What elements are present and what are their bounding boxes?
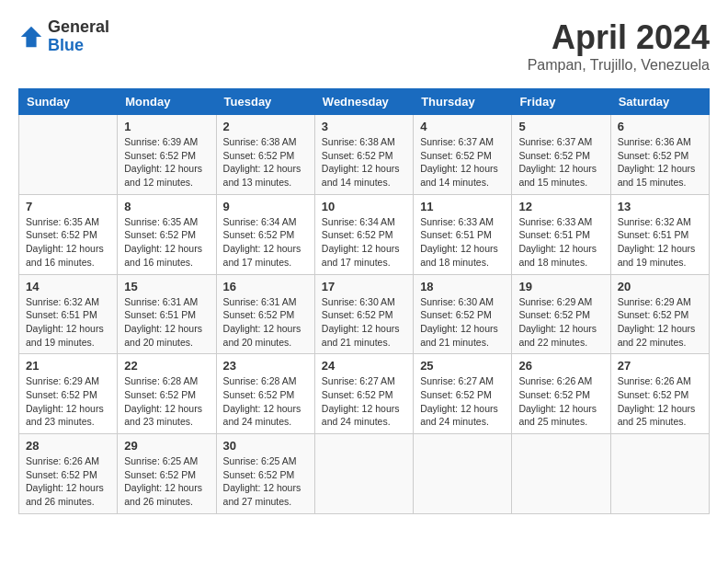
calendar-week-row: 1Sunrise: 6:39 AMSunset: 6:52 PMDaylight… xyxy=(19,115,710,195)
day-info: Sunrise: 6:26 AMSunset: 6:52 PMDaylight:… xyxy=(26,454,110,509)
day-number: 9 xyxy=(223,200,308,213)
day-number: 29 xyxy=(124,439,209,453)
calendar-cell: 27Sunrise: 6:26 AMSunset: 6:52 PMDayligh… xyxy=(610,354,709,434)
calendar-cell xyxy=(512,434,610,514)
day-number: 12 xyxy=(518,200,603,213)
day-info: Sunrise: 6:37 AMSunset: 6:52 PMDaylight:… xyxy=(420,135,505,190)
calendar-table: SundayMondayTuesdayWednesdayThursdayFrid… xyxy=(18,88,710,514)
day-info: Sunrise: 6:26 AMSunset: 6:52 PMDaylight:… xyxy=(618,374,702,429)
col-header-thursday: Thursday xyxy=(414,89,512,115)
day-info: Sunrise: 6:29 AMSunset: 6:52 PMDaylight:… xyxy=(518,295,603,350)
day-number: 26 xyxy=(518,359,603,373)
calendar-cell: 19Sunrise: 6:29 AMSunset: 6:52 PMDayligh… xyxy=(512,274,610,354)
day-info: Sunrise: 6:39 AMSunset: 6:52 PMDaylight:… xyxy=(124,135,209,190)
day-number: 10 xyxy=(322,200,406,213)
day-number: 4 xyxy=(420,120,505,133)
day-info: Sunrise: 6:29 AMSunset: 6:52 PMDaylight:… xyxy=(26,374,110,429)
calendar-cell: 3Sunrise: 6:38 AMSunset: 6:52 PMDaylight… xyxy=(314,115,413,195)
day-number: 21 xyxy=(26,359,110,373)
logo-general-text: General xyxy=(48,18,109,37)
day-number: 2 xyxy=(223,120,308,133)
day-info: Sunrise: 6:30 AMSunset: 6:52 PMDaylight:… xyxy=(322,295,406,350)
day-info: Sunrise: 6:27 AMSunset: 6:52 PMDaylight:… xyxy=(420,374,505,429)
calendar-cell: 24Sunrise: 6:27 AMSunset: 6:52 PMDayligh… xyxy=(314,354,413,434)
calendar-cell: 28Sunrise: 6:26 AMSunset: 6:52 PMDayligh… xyxy=(19,434,118,514)
calendar-cell: 5Sunrise: 6:37 AMSunset: 6:52 PMDaylight… xyxy=(512,115,610,195)
day-info: Sunrise: 6:31 AMSunset: 6:51 PMDaylight:… xyxy=(124,295,209,350)
calendar-week-row: 21Sunrise: 6:29 AMSunset: 6:52 PMDayligh… xyxy=(19,354,710,434)
day-number: 28 xyxy=(26,439,110,453)
day-info: Sunrise: 6:31 AMSunset: 6:52 PMDaylight:… xyxy=(223,295,308,350)
day-info: Sunrise: 6:37 AMSunset: 6:52 PMDaylight:… xyxy=(518,135,603,190)
day-number: 15 xyxy=(124,280,209,293)
day-number: 7 xyxy=(26,200,110,213)
col-header-monday: Monday xyxy=(118,89,216,115)
calendar-cell: 20Sunrise: 6:29 AMSunset: 6:52 PMDayligh… xyxy=(610,274,709,354)
day-info: Sunrise: 6:28 AMSunset: 6:52 PMDaylight:… xyxy=(124,374,209,429)
logo-icon xyxy=(18,24,44,50)
calendar-cell: 21Sunrise: 6:29 AMSunset: 6:52 PMDayligh… xyxy=(19,354,118,434)
day-number: 1 xyxy=(124,120,209,133)
calendar-cell: 10Sunrise: 6:34 AMSunset: 6:52 PMDayligh… xyxy=(314,194,413,274)
day-number: 16 xyxy=(223,280,308,293)
day-number: 30 xyxy=(223,439,308,453)
day-number: 11 xyxy=(420,200,505,213)
calendar-cell xyxy=(19,115,118,195)
day-number: 20 xyxy=(618,280,702,293)
calendar-cell: 7Sunrise: 6:35 AMSunset: 6:52 PMDaylight… xyxy=(19,194,118,274)
title-block: April 2024 Pampan, Trujillo, Venezuela xyxy=(528,18,710,74)
day-info: Sunrise: 6:29 AMSunset: 6:52 PMDaylight:… xyxy=(618,295,702,350)
logo: General Blue xyxy=(18,18,109,55)
day-number: 24 xyxy=(322,359,406,373)
day-info: Sunrise: 6:33 AMSunset: 6:51 PMDaylight:… xyxy=(420,215,505,270)
calendar-cell: 17Sunrise: 6:30 AMSunset: 6:52 PMDayligh… xyxy=(314,274,413,354)
day-number: 25 xyxy=(420,359,505,373)
calendar-cell: 16Sunrise: 6:31 AMSunset: 6:52 PMDayligh… xyxy=(216,274,314,354)
calendar-header-row: SundayMondayTuesdayWednesdayThursdayFrid… xyxy=(19,89,710,115)
day-info: Sunrise: 6:38 AMSunset: 6:52 PMDaylight:… xyxy=(223,135,308,190)
calendar-cell: 25Sunrise: 6:27 AMSunset: 6:52 PMDayligh… xyxy=(414,354,512,434)
col-header-sunday: Sunday xyxy=(19,89,118,115)
day-number: 27 xyxy=(618,359,702,373)
day-number: 14 xyxy=(26,280,110,293)
day-number: 18 xyxy=(420,280,505,293)
day-info: Sunrise: 6:34 AMSunset: 6:52 PMDaylight:… xyxy=(223,215,308,270)
day-info: Sunrise: 6:35 AMSunset: 6:52 PMDaylight:… xyxy=(26,215,110,270)
calendar-cell: 6Sunrise: 6:36 AMSunset: 6:52 PMDaylight… xyxy=(610,115,709,195)
col-header-saturday: Saturday xyxy=(610,89,709,115)
day-info: Sunrise: 6:36 AMSunset: 6:52 PMDaylight:… xyxy=(618,135,702,190)
svg-marker-0 xyxy=(21,27,41,47)
day-number: 13 xyxy=(618,200,702,213)
day-info: Sunrise: 6:32 AMSunset: 6:51 PMDaylight:… xyxy=(26,295,110,350)
calendar-cell: 30Sunrise: 6:25 AMSunset: 6:52 PMDayligh… xyxy=(216,434,314,514)
calendar-cell xyxy=(414,434,512,514)
day-number: 22 xyxy=(124,359,209,373)
calendar-cell: 23Sunrise: 6:28 AMSunset: 6:52 PMDayligh… xyxy=(216,354,314,434)
day-info: Sunrise: 6:32 AMSunset: 6:51 PMDaylight:… xyxy=(618,215,702,270)
calendar-cell: 9Sunrise: 6:34 AMSunset: 6:52 PMDaylight… xyxy=(216,194,314,274)
day-number: 6 xyxy=(618,120,702,133)
day-info: Sunrise: 6:27 AMSunset: 6:52 PMDaylight:… xyxy=(322,374,406,429)
day-number: 8 xyxy=(124,200,209,213)
day-number: 5 xyxy=(518,120,603,133)
calendar-cell xyxy=(314,434,413,514)
calendar-cell: 1Sunrise: 6:39 AMSunset: 6:52 PMDaylight… xyxy=(118,115,216,195)
day-info: Sunrise: 6:38 AMSunset: 6:52 PMDaylight:… xyxy=(322,135,406,190)
col-header-friday: Friday xyxy=(512,89,610,115)
calendar-cell: 18Sunrise: 6:30 AMSunset: 6:52 PMDayligh… xyxy=(414,274,512,354)
calendar-cell: 14Sunrise: 6:32 AMSunset: 6:51 PMDayligh… xyxy=(19,274,118,354)
logo-blue-text: Blue xyxy=(48,37,109,55)
calendar-cell: 22Sunrise: 6:28 AMSunset: 6:52 PMDayligh… xyxy=(118,354,216,434)
day-info: Sunrise: 6:26 AMSunset: 6:52 PMDaylight:… xyxy=(518,374,603,429)
calendar-cell: 11Sunrise: 6:33 AMSunset: 6:51 PMDayligh… xyxy=(414,194,512,274)
day-info: Sunrise: 6:34 AMSunset: 6:52 PMDaylight:… xyxy=(322,215,406,270)
calendar-cell xyxy=(610,434,709,514)
day-info: Sunrise: 6:33 AMSunset: 6:51 PMDaylight:… xyxy=(518,215,603,270)
day-info: Sunrise: 6:25 AMSunset: 6:52 PMDaylight:… xyxy=(124,454,209,509)
calendar-cell: 15Sunrise: 6:31 AMSunset: 6:51 PMDayligh… xyxy=(118,274,216,354)
calendar-cell: 2Sunrise: 6:38 AMSunset: 6:52 PMDaylight… xyxy=(216,115,314,195)
calendar-week-row: 28Sunrise: 6:26 AMSunset: 6:52 PMDayligh… xyxy=(19,434,710,514)
day-info: Sunrise: 6:25 AMSunset: 6:52 PMDaylight:… xyxy=(223,454,308,509)
day-number: 23 xyxy=(223,359,308,373)
calendar-cell: 26Sunrise: 6:26 AMSunset: 6:52 PMDayligh… xyxy=(512,354,610,434)
